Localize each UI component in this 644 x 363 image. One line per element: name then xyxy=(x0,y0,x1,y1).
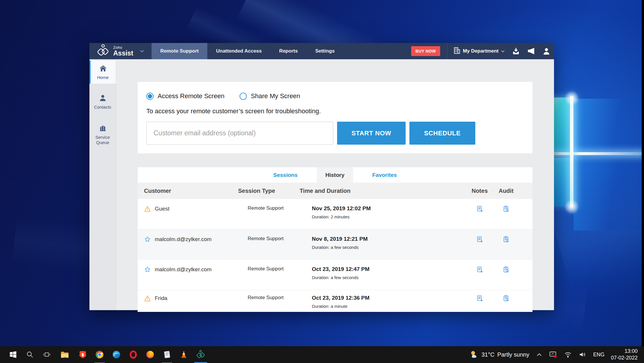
windows-logo-glow xyxy=(564,199,580,215)
tab-history[interactable]: History xyxy=(317,167,353,183)
user-icon[interactable] xyxy=(543,47,550,55)
taskbar-icon-opera[interactable] xyxy=(125,346,142,363)
column-header-customer: Customer xyxy=(138,188,238,194)
meet-now-icon[interactable] xyxy=(547,351,560,358)
share-my-screen-label[interactable]: Share My Screen xyxy=(251,92,300,100)
windows-logo-pane xyxy=(574,158,644,231)
weather-widget[interactable]: 31°C Partly sunny xyxy=(467,350,532,359)
session-time: Nov 25, 2019 12:02 PM xyxy=(312,205,466,212)
download-icon[interactable] xyxy=(512,47,520,55)
sidebar-item-home[interactable]: Home xyxy=(89,60,116,84)
note-add-icon[interactable] xyxy=(466,199,494,229)
share-my-screen-radio[interactable] xyxy=(240,93,247,100)
taskbar-icon-brave[interactable] xyxy=(74,346,91,363)
main-nav-tabs: Remote Support Unattended Access Reports… xyxy=(152,43,343,59)
nav-tab-settings[interactable]: Settings xyxy=(307,43,343,59)
wifi-icon[interactable] xyxy=(562,351,574,358)
table-row[interactable]: Frida Remote Support Oct 23, 2019 12:36 … xyxy=(138,290,533,312)
brand-text: Zoho Assist xyxy=(113,46,133,57)
audit-view-icon[interactable] xyxy=(494,199,519,229)
sidebar-item-label: Contacts xyxy=(90,105,115,110)
customer-name: malcolm.d@zylker.com xyxy=(155,266,212,273)
session-time: Nov 8, 2019 12:21 PM xyxy=(312,236,466,242)
windows-taskbar: 31°C Partly sunny ENG 13:00 xyxy=(0,346,644,363)
customer-name: Frida xyxy=(155,295,167,302)
tab-favorites[interactable]: Favorites xyxy=(364,167,405,183)
column-header-notes: Notes xyxy=(466,188,494,194)
session-duration: Duration: a minute xyxy=(312,304,466,309)
zoho-assist-logo-icon xyxy=(96,44,110,58)
column-header-audit: Audit xyxy=(494,188,519,194)
history-table-header: Customer Session Type Time and Duration … xyxy=(138,183,533,199)
table-row[interactable]: malcolm.d@zylker.com Remote Support Nov … xyxy=(138,229,533,260)
schedule-button[interactable]: SCHEDULE xyxy=(409,122,475,145)
audit-view-icon[interactable] xyxy=(494,260,519,290)
nav-tab-remote-support[interactable]: Remote Support xyxy=(152,43,207,59)
taskbar-icon-vlc[interactable] xyxy=(175,346,192,363)
contacts-icon xyxy=(99,98,107,103)
start-session-form: START NOW SCHEDULE xyxy=(146,122,524,145)
taskbar-icon-notes[interactable] xyxy=(159,346,175,363)
zoho-assist-logo[interactable]: Zoho Assist xyxy=(89,43,152,59)
access-remote-screen-radio[interactable] xyxy=(146,93,154,100)
audit-view-icon[interactable] xyxy=(494,290,519,312)
note-add-icon[interactable] xyxy=(466,290,494,312)
windows-logo-glow xyxy=(564,90,580,106)
megaphone-icon[interactable] xyxy=(527,47,535,55)
table-row[interactable]: malcolm.d@zylker.com Remote Support Oct … xyxy=(138,260,533,290)
zoho-assist-window: Zoho Assist Remote Support Unattended Ac… xyxy=(89,43,554,310)
taskbar-apps xyxy=(0,346,209,363)
chevron-down-icon[interactable] xyxy=(140,49,144,53)
nav-tab-reports[interactable]: Reports xyxy=(270,43,306,59)
search-icon[interactable] xyxy=(21,346,38,363)
note-add-icon[interactable] xyxy=(466,229,494,259)
taskbar-icon-file-explorer[interactable] xyxy=(55,346,74,363)
sessions-card: Sessions History Favorites Customer Sess… xyxy=(138,167,533,312)
volume-icon[interactable] xyxy=(576,351,589,358)
chevron-up-icon[interactable] xyxy=(534,353,544,357)
taskbar-icon-chrome[interactable] xyxy=(91,346,108,363)
start-now-button[interactable]: START NOW xyxy=(337,122,406,145)
start-button[interactable] xyxy=(5,346,21,363)
nav-tab-unattended-access[interactable]: Unattended Access xyxy=(207,43,270,59)
department-label: My Department xyxy=(463,48,499,54)
sidebar-item-contacts[interactable]: Contacts xyxy=(89,90,116,113)
audit-view-icon[interactable] xyxy=(494,229,519,259)
department-selector[interactable]: My Department xyxy=(454,47,505,55)
favorite-star-icon[interactable] xyxy=(144,266,151,274)
customer-email-input[interactable] xyxy=(146,122,333,145)
language-indicator[interactable]: ENG xyxy=(591,352,607,358)
navbar-divider xyxy=(447,43,447,59)
taskbar-clock[interactable]: 13:00 07-02-2022 xyxy=(609,348,639,361)
table-row[interactable]: Guest Remote Support Nov 25, 2019 12:02 … xyxy=(138,199,533,229)
task-view-icon[interactable] xyxy=(38,346,55,363)
session-time: Oct 23, 2019 12:36 PM xyxy=(312,295,466,301)
taskbar-icon-firefox[interactable] xyxy=(142,346,159,363)
customer-name: malcolm.d@zylker.com xyxy=(155,236,212,243)
system-tray: 31°C Partly sunny ENG 13:00 xyxy=(467,346,644,363)
windows-logo-glow xyxy=(570,96,573,207)
app-sidebar: Home Contacts Service Queue xyxy=(89,59,116,310)
buy-now-button[interactable]: BUY NOW xyxy=(411,46,440,56)
session-duration: Duration: a few seconds xyxy=(312,245,466,250)
caret-down-icon xyxy=(501,48,505,54)
access-remote-screen-label[interactable]: Access Remote Screen xyxy=(158,92,224,100)
session-time: Oct 23, 2019 12:47 PM xyxy=(312,266,466,272)
remote-session-card: Access Remote Screen Share My Screen To … xyxy=(138,82,533,153)
screen-edge xyxy=(642,0,644,363)
note-add-icon[interactable] xyxy=(466,260,494,290)
favorite-star-icon[interactable] xyxy=(144,236,151,244)
clock-time: 13:00 xyxy=(611,348,638,355)
taskbar-icon-zoho-assist[interactable] xyxy=(192,346,209,363)
column-header-time: Time and Duration xyxy=(300,188,466,194)
sidebar-item-label: Service Queue xyxy=(90,135,115,145)
taskbar-icon-edge[interactable] xyxy=(108,346,125,363)
column-header-session-type: Session Type xyxy=(238,188,300,194)
customer-name: Guest xyxy=(155,205,170,212)
weather-temperature: 31°C xyxy=(481,351,494,358)
sidebar-item-service-queue[interactable]: Service Queue xyxy=(89,120,116,149)
app-navbar: Zoho Assist Remote Support Unattended Ac… xyxy=(89,43,554,59)
warning-icon xyxy=(144,205,151,213)
home-icon xyxy=(99,68,107,73)
tab-sessions[interactable]: Sessions xyxy=(265,167,306,183)
